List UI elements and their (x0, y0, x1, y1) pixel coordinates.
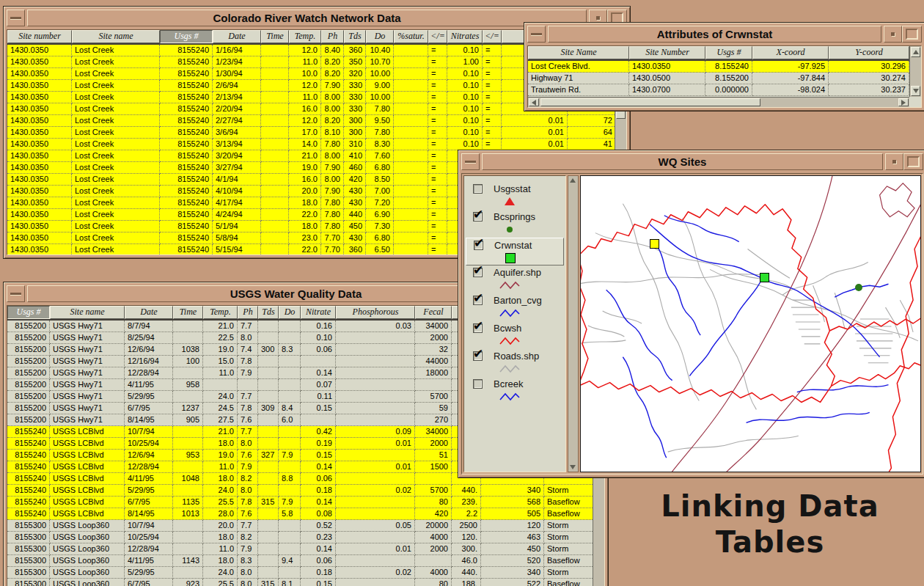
map-canvas[interactable] (580, 175, 921, 472)
layer-checkbox[interactable]: ✔ (473, 323, 483, 333)
scrollbar-right-arrow[interactable] (898, 98, 909, 106)
layer-checkbox[interactable]: ✔ (473, 268, 483, 277)
layer-checkbox[interactable] (473, 379, 483, 389)
table-cell: 30.237 (829, 84, 909, 96)
column-header--[interactable]: </= (428, 30, 447, 43)
table-row[interactable]: Trautwein Rd.1430.07000.000000-98.02430.… (528, 84, 909, 96)
column-header-temp-[interactable]: Temp. (203, 306, 238, 319)
table-row[interactable]: 8155300USGS Loop36012/28/9411.07.90.140.… (7, 543, 593, 555)
legend-item-barton-cvg[interactable]: ✔Barton_cvg (466, 293, 564, 321)
window-menu-button[interactable] (885, 153, 903, 170)
table-cell: 1.00 (447, 56, 483, 68)
table-row[interactable]: Lost Creek Blvd.1430.03508.155240-97.925… (528, 61, 909, 73)
legend-item-aquifer-shp[interactable]: ✔Aquifer.shp (466, 265, 564, 293)
scrollbar-up-arrow[interactable] (570, 178, 576, 183)
legend-item-bcsprings[interactable]: ✔Bcsprings (466, 210, 564, 238)
map-site-marker[interactable] (855, 284, 862, 291)
table-row[interactable]: 8155300USGS Loop3606/7/9592325.58.03158.… (7, 579, 593, 586)
title-bar[interactable]: Attributes of Crwnstat (527, 26, 922, 43)
minimize-button[interactable] (7, 285, 25, 302)
table-cell: 0.52 (301, 520, 336, 532)
column-header-site-name[interactable]: Site Name (528, 46, 629, 59)
column-header-usgs-[interactable]: Usgs # (705, 46, 752, 59)
column-header-time[interactable]: Time (173, 306, 203, 319)
legend-item-bcwsh[interactable]: ✔Bcwsh (466, 321, 564, 349)
legend-item-roads-shp[interactable]: ✔Roads.shp (466, 349, 564, 377)
map-site-marker[interactable] (650, 239, 659, 249)
column-header--[interactable]: </= (483, 30, 502, 43)
table-row[interactable]: 1430.0350Lost Creek81552402/27/9412.08.2… (7, 115, 615, 127)
column-header-date[interactable]: Date (125, 306, 173, 319)
table-cell (336, 379, 415, 391)
layer-checkbox[interactable]: ✔ (473, 212, 483, 221)
column-header-ph[interactable]: Ph (321, 30, 344, 43)
scrollbar-up-arrow[interactable] (911, 47, 920, 57)
column-header-do[interactable]: Do (279, 306, 301, 319)
column-header-do[interactable]: Do (366, 30, 394, 43)
table-row[interactable]: 1430.0350Lost Creek81552403/13/9414.07.8… (7, 139, 615, 150)
layer-checkbox[interactable] (473, 184, 483, 194)
title-bar[interactable]: WQ Sites (461, 153, 923, 170)
table-cell: 8.4 (279, 403, 301, 414)
column-header-x-coord[interactable]: X-coord (752, 46, 829, 59)
table-row[interactable]: 8155300USGS Loop36010/25/9418.08.20.2340… (7, 532, 593, 543)
column-header-y-coord[interactable]: Y-coord (829, 46, 909, 59)
window-menu-button[interactable] (884, 26, 902, 43)
table-row[interactable]: 8155240USGS LCBlvd8/14/95101328.07.65.80… (7, 508, 593, 520)
minimize-button[interactable] (527, 26, 546, 43)
map-site-marker[interactable] (760, 273, 769, 282)
table-cell: 3/6/94 (213, 127, 261, 139)
table-row[interactable]: 8155240USGS LCBlvd5/29/9524.08.00.180.02… (7, 485, 593, 497)
column-header-phosphorous[interactable]: Phosphorous (336, 306, 415, 319)
table-cell (258, 356, 279, 367)
table-row[interactable]: 8155240USGS LCBlvd6/7/95113525.57.83157.… (7, 497, 593, 508)
scrollbar-down-arrow[interactable] (911, 86, 920, 96)
table-row[interactable]: 8155300USGS Loop3604/11/95114318.08.39.4… (7, 555, 593, 567)
legend-item-usgsstat[interactable]: Usgsstat (466, 182, 564, 210)
legend-scrollbar[interactable] (568, 175, 579, 472)
table-cell (394, 174, 428, 186)
minimize-button[interactable] (461, 153, 480, 170)
legend-item-crwnstat[interactable]: ✔Crwnstat (466, 238, 564, 265)
column-header-temp-[interactable]: Temp. (289, 30, 321, 43)
scrollbar-down-arrow[interactable] (570, 465, 576, 469)
column-header-usgs-[interactable]: Usgs # (160, 30, 213, 43)
column-header-site-number[interactable]: Site number (7, 30, 72, 43)
table-row[interactable]: Highway 711430.05008.155200-97.84430.274 (528, 73, 909, 84)
table-row[interactable]: 1430.0350Lost Creek81552403/6/9417.08.10… (7, 127, 615, 139)
column-header-site-number[interactable]: Site Number (629, 46, 705, 59)
table-cell: 6/7/95 (125, 497, 173, 508)
column-header-time[interactable]: Time (261, 30, 289, 43)
resize-corner-button[interactable] (902, 26, 922, 43)
column-header-nitrate[interactable]: Nitrate (301, 306, 336, 319)
table-cell: 1430.0500 (629, 73, 705, 84)
table-cell: = (483, 56, 502, 68)
vertical-scrollbar[interactable] (909, 46, 921, 97)
column-header--satur-[interactable]: %satur. (394, 30, 428, 43)
table-cell: 330 (344, 103, 366, 115)
resize-corner-button[interactable] (903, 153, 923, 170)
table-cell: 3/20/94 (213, 150, 261, 162)
column-header-usgs-[interactable]: Usgs # (7, 306, 50, 319)
column-header-tds[interactable]: Tds (258, 306, 279, 319)
table-row[interactable]: 8155300USGS Loop36010/7/9420.07.70.520.0… (7, 520, 593, 532)
table-cell (279, 426, 301, 438)
layer-checkbox[interactable]: ✔ (473, 351, 483, 361)
table-cell: = (483, 103, 502, 115)
layer-checkbox[interactable]: ✔ (474, 241, 483, 250)
minimize-button[interactable] (7, 10, 25, 26)
legend-item-bcreek[interactable]: Bcreek (466, 377, 564, 405)
column-header-ph[interactable]: Ph (238, 306, 258, 319)
column-header-site-name[interactable]: Site name (50, 306, 125, 319)
column-header-tds[interactable]: Tds (344, 30, 366, 43)
scrollbar-thumb[interactable] (540, 98, 760, 106)
column-header-date[interactable]: Date (213, 30, 261, 43)
horizontal-scrollbar[interactable] (528, 97, 909, 107)
scrollbar-left-arrow[interactable] (529, 98, 539, 106)
column-header-nitrates[interactable]: Nitrates (447, 30, 483, 43)
column-header-fecal[interactable]: Fecal (415, 306, 452, 319)
layer-checkbox[interactable]: ✔ (473, 296, 483, 305)
column-header-site-name[interactable]: Site name (72, 30, 160, 43)
table-cell (394, 127, 428, 139)
table-row[interactable]: 8155300USGS Loop3605/29/9524.08.00.180.0… (7, 567, 593, 579)
